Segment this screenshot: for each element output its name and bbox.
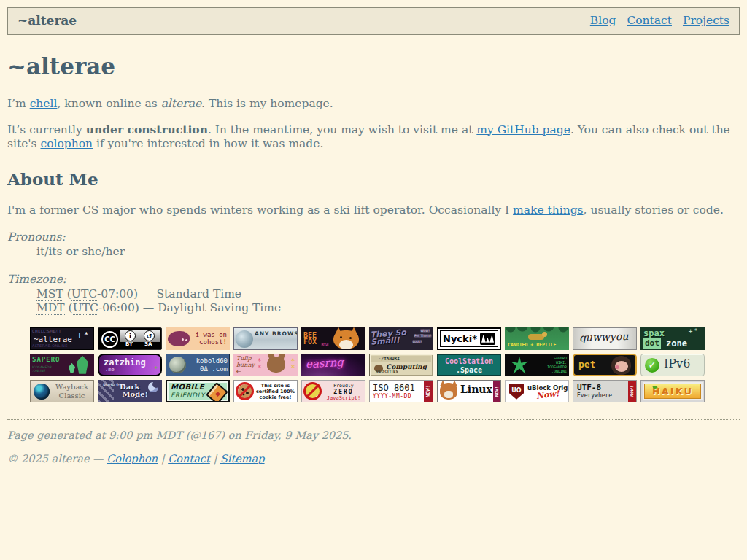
badge-spax[interactable]: spax+*dotzone — [640, 327, 705, 350]
text: , usually stories or code. — [584, 203, 724, 217]
timezone-standard: MST (UTC-07:00) — Standard Time — [36, 287, 740, 302]
badge-line: FRIENDLY — [171, 392, 205, 400]
text: ( — [65, 301, 73, 314]
badge-candied[interactable]: CANDIED + REPTILE — [505, 327, 569, 350]
badge-mobile[interactable]: MOBILEFRIENDLY — [166, 380, 230, 402]
footer-sitemap-link[interactable]: Sitemap — [220, 453, 265, 464]
chell-link[interactable]: chell — [30, 97, 58, 110]
arrow-icon: ← — [236, 368, 241, 376]
badge-tulip[interactable]: Tulip bunny←* ** * — [233, 354, 298, 376]
badge-tss[interactable]: They So Small!Wow!Pet Them!Look! — [369, 327, 433, 350]
badge-alterae[interactable]: CHELL:SHE/IT~alterae+*ALTERAE.ONLINE — [30, 327, 94, 350]
footer-contact-link[interactable]: Contact — [168, 453, 210, 464]
badge-line: CoolStation — [438, 357, 500, 367]
badge-bubble: Pet Them! — [414, 334, 432, 338]
flower-icon: * — [155, 365, 158, 373]
eggbug-eyes — [182, 338, 184, 341]
check-icon: ✓ — [645, 358, 659, 373]
sparkle-icon: +* — [688, 328, 699, 335]
site-nav: Blog Contact Projects — [590, 14, 729, 28]
badge-wayback[interactable]: Wayback Classic — [30, 380, 94, 402]
crystal-icon — [77, 356, 88, 374]
badge-ublock[interactable]: UOuBlock OriginNow! — [505, 380, 569, 402]
badge-linux[interactable]: LinuxNOW! — [437, 380, 501, 402]
pronouns-value: it/its or she/her — [36, 245, 740, 260]
badge-sapero[interactable]: SAPEROICOSAHEDR .ONLINE — [30, 354, 94, 376]
facts-list: Pronouns: it/its or she/her Timezone: MS… — [7, 230, 740, 316]
now-ribbon: NOW! — [424, 381, 433, 402]
badge-zerojs[interactable]: ProudlyZEROJavaScript! — [301, 380, 365, 402]
badge-easrng[interactable]: easrng — [301, 354, 365, 376]
badge-line: SAPERO WIKI. ICOSAHEDR .ONLINE — [547, 356, 567, 373]
footer-colophon-link[interactable]: Colophon — [107, 453, 158, 464]
site-header: ~alterae Blog Contact Projects — [7, 7, 740, 35]
page: ~alterae Blog Contact Projects ~alterae … — [0, 0, 747, 483]
text: if you're interested in how it was made. — [93, 137, 323, 150]
construction-paragraph: It’s currently under construction. In th… — [7, 122, 740, 152]
page-title: ~alterae — [7, 52, 740, 81]
badge-row: Wayback ClassicMade forDark Mode!MOBILEF… — [30, 380, 740, 402]
badge-line: SAPERO — [32, 356, 61, 364]
reptile-head — [542, 332, 547, 337]
nav-link-projects[interactable]: Projects — [683, 14, 729, 28]
badge-darkmode[interactable]: Made forDark Mode! — [98, 380, 162, 402]
badge-nycki[interactable]: Nycki* — [437, 327, 501, 350]
badge-anybrowser[interactable]: ANY BROWSER — [233, 327, 298, 350]
badge-utf8[interactable]: UTF-8Everywherenow! — [573, 380, 637, 402]
badge-coolstation[interactable]: CoolStation.Space — [437, 354, 501, 376]
cc-by-icon: i — [125, 330, 136, 341]
badge-line: quwwyou — [579, 330, 629, 344]
badge-cc[interactable]: CCi↺BYSA — [98, 327, 162, 350]
badge-kobold[interactable]: kobold60 ΘΔ .com — [166, 354, 230, 376]
badge-line: Linux — [460, 384, 492, 397]
badge-quww[interactable]: quwwyou — [573, 327, 637, 350]
badge-row: CHELL:SHE/IT~alterae+*ALTERAE.ONLINECCi↺… — [30, 327, 740, 350]
text: Pronouns: — [7, 230, 66, 244]
badge-saperowiki[interactable]: SAPERO WIKI. ICOSAHEDR .ONLINE — [505, 354, 569, 376]
site-footer: Page generated at 9:00 pm MDT (@167) on … — [7, 419, 740, 466]
badge-line: BY — [125, 341, 133, 348]
badge-line: i was on cohost! — [196, 331, 227, 346]
text: It’s currently — [7, 123, 86, 136]
text: | — [210, 453, 220, 464]
mst-abbr: MST — [36, 287, 63, 301]
cs-abbr: CS — [82, 203, 98, 217]
badge-tanuki[interactable]: ~/TANUKI—ComputingNEOCITIES — [369, 354, 433, 376]
badge-pet[interactable]: pet — [573, 354, 637, 376]
timezone-label: Timezone: — [7, 273, 740, 287]
utc-abbr: UTC — [71, 287, 97, 301]
timezone-daylight: MDT (UTC-06:00) — Daylight Saving Time — [36, 301, 740, 316]
badge-line: Proudly — [324, 383, 363, 389]
badge-line: Dark Mode! — [120, 384, 148, 398]
moon-icon — [169, 357, 186, 373]
text: . In the meantime, you may wish to visit… — [208, 123, 476, 136]
badge-line: NEOCITIES — [376, 370, 398, 374]
badge-haiku[interactable]: HAIKU — [640, 380, 705, 402]
crystal-icon — [69, 363, 75, 373]
window-titlebar: ~/TANUKI— — [371, 356, 431, 362]
badge-cookiefree[interactable]: This site is certified 100% cookie free! — [233, 380, 298, 402]
make-things-link[interactable]: make things — [513, 203, 583, 217]
under-construction-text: under construction — [86, 122, 208, 136]
badge-line: Tulip bunny — [236, 355, 255, 368]
now-ribbon: now! — [628, 381, 636, 402]
badge-cohost[interactable]: i was on cohost! — [166, 327, 230, 350]
badge-line: MOBILE — [171, 383, 204, 392]
cc-logo-icon: CC — [101, 331, 118, 348]
copyright-line: © 2025 alterae — Colophon | Contact | Si… — [7, 452, 740, 465]
badge-line: They So Small! — [370, 329, 407, 346]
badge-beefox[interactable]: BEE FOXXYZ — [301, 327, 365, 350]
github-link[interactable]: my GitHub page — [476, 123, 570, 136]
character-cheek — [615, 365, 619, 369]
flower-icon: * * — [258, 358, 261, 371]
badge-line: HAIKU — [641, 386, 704, 397]
badge-zatzhing[interactable]: zatzhing.me* — [98, 354, 162, 376]
badge-line: JavaScript! — [324, 395, 363, 402]
nav-link-blog[interactable]: Blog — [590, 14, 616, 28]
eggbug-icon — [168, 331, 190, 346]
colophon-link[interactable]: colophon — [40, 137, 93, 150]
badge-line: spax — [643, 328, 665, 339]
nav-link-contact[interactable]: Contact — [627, 14, 672, 28]
badge-ipv6[interactable]: ✓IPv6 — [640, 354, 705, 376]
badge-iso[interactable]: ISO 8601YYYY-MM-DDNOW! — [369, 380, 433, 402]
